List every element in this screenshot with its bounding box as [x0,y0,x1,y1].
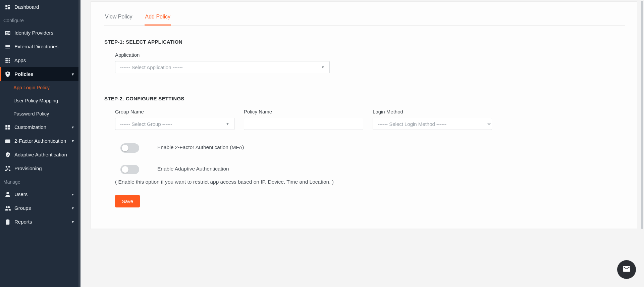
sidebar-item-external-directories[interactable]: External Directories [0,40,78,53]
tab-bar: View Policy Add Policy [104,11,625,26]
clipboard-icon [4,219,11,225]
tab-view-policy[interactable]: View Policy [104,11,133,26]
login-method-select[interactable]: ------ Select Login Method ------ [373,118,492,130]
sidebar-sub-label: User Policy Mapping [13,98,58,103]
application-label: Application [115,52,437,58]
sidebar-item-apps[interactable]: Apps [0,53,78,67]
sidebar-item-policies[interactable]: Policies ▾ [0,67,78,81]
list-icon [4,44,11,50]
dashboard-icon [4,4,11,10]
sidebar-item-users[interactable]: Users ▾ [0,187,78,201]
sidebar-item-groups[interactable]: Groups ▾ [0,201,78,215]
sync-users-icon [4,165,11,172]
sidebar-item-identity-providers[interactable]: Identity Providers [0,26,78,40]
sidebar-item-label: Adaptive Authentication [14,152,74,157]
sidebar-item-label: Provisioning [14,165,74,171]
sidebar-item-customization[interactable]: Customization ▾ [0,120,78,134]
application-select[interactable]: ------ Select Application ------ ▼ [115,61,330,73]
user-icon [4,191,11,197]
group-icon [4,205,11,211]
chevron-down-icon: ▾ [72,139,74,143]
sidebar-sub-label: Password Policy [13,111,49,116]
chat-button[interactable] [617,260,636,279]
chevron-down-icon: ▾ [72,206,74,210]
scrollbar[interactable] [641,1,643,229]
chevron-down-icon: ▾ [72,125,74,130]
sidebar-item-label: Groups [14,205,72,211]
policy-name-input[interactable] [244,118,363,130]
group-name-select[interactable]: ------ Select Group ------ ▼ [115,118,234,130]
grid-icon [4,57,11,63]
login-method-label: Login Method [373,109,492,114]
sidebar-item-label: Identity Providers [14,30,74,36]
login-method-field: Login Method ------ Select Login Method … [373,109,492,130]
caret-down-icon: ▼ [321,65,325,69]
caret-down-icon: ▼ [226,122,229,126]
shield-icon [4,71,11,78]
adaptive-toggle-row: Enable Adaptive Authentication [120,165,463,174]
adaptive-help-text: ( Enable this option if you want to rest… [115,179,457,185]
sidebar-item-label: Policies [14,71,72,77]
svg-rect-0 [5,139,10,143]
main-content: View Policy Add Policy STEP-1: SELECT AP… [91,0,637,287]
application-field: Application ------ Select Application --… [115,52,437,73]
sidebar-section-manage: Manage [0,175,78,187]
policy-name-field: Policy Name [244,109,363,130]
sidebar-item-provisioning[interactable]: Provisioning [0,161,78,175]
mfa-toggle-label: Enable 2-Factor Authentication (MFA) [157,143,244,151]
sidebar-sub-password-policy[interactable]: Password Policy [0,107,78,120]
group-name-select-value: ------ Select Group ------ [120,121,172,127]
policy-name-label: Policy Name [244,109,363,114]
step2-heading: STEP-2: CONFIGURE SETTINGS [104,96,625,101]
mail-icon [622,265,631,275]
save-button[interactable]: Save [115,195,140,207]
adaptive-toggle-label: Enable Adaptive Authentication [157,165,229,173]
sidebar-item-adaptive-auth[interactable]: Adaptive Authentication [0,148,78,161]
group-name-label: Group Name [115,109,234,114]
sidebar-item-2fa[interactable]: 2-Factor Authentication ▾ [0,134,78,148]
chevron-down-icon: ▾ [72,72,74,77]
application-select-value: ------ Select Application ------ [120,64,183,70]
sidebar-item-reports[interactable]: Reports ▾ [0,215,78,229]
id-card-icon [4,30,11,36]
mfa-toggle-row: Enable 2-Factor Authentication (MFA) [120,143,463,153]
settings-icon [4,124,11,130]
sidebar-item-label: Apps [14,57,74,63]
settings-grid: Group Name ------ Select Group ------ ▼ … [115,109,625,130]
shield-check-icon [4,152,11,158]
sidebar-item-label: Dashboard [14,4,74,10]
step1-heading: STEP-1: SELECT APPLICATION [104,39,625,45]
sidebar-item-label: Customization [14,124,72,130]
adaptive-toggle[interactable] [120,165,139,174]
sidebar-item-label: Users [14,191,72,197]
sidebar-item-label: Reports [14,219,72,225]
policy-panel: View Policy Add Policy STEP-1: SELECT AP… [91,1,637,229]
sidebar-sub-label: App Login Policy [13,85,50,90]
tab-add-policy[interactable]: Add Policy [145,11,171,26]
chevron-down-icon: ▾ [72,220,74,224]
pin-code-icon [4,138,11,144]
mfa-toggle[interactable] [120,143,139,153]
sidebar: Dashboard Configure Identity Providers E… [0,0,80,287]
divider [110,86,625,86]
group-name-field: Group Name ------ Select Group ------ ▼ [115,109,234,130]
sidebar-item-dashboard[interactable]: Dashboard [0,0,78,14]
sidebar-sub-app-login-policy[interactable]: App Login Policy [0,81,78,94]
sidebar-section-configure: Configure [0,14,78,26]
chevron-down-icon: ▾ [72,192,74,197]
sidebar-item-label: External Directories [14,44,74,49]
sidebar-sub-user-policy-mapping[interactable]: User Policy Mapping [0,94,78,107]
sidebar-item-label: 2-Factor Authentication [14,138,72,144]
